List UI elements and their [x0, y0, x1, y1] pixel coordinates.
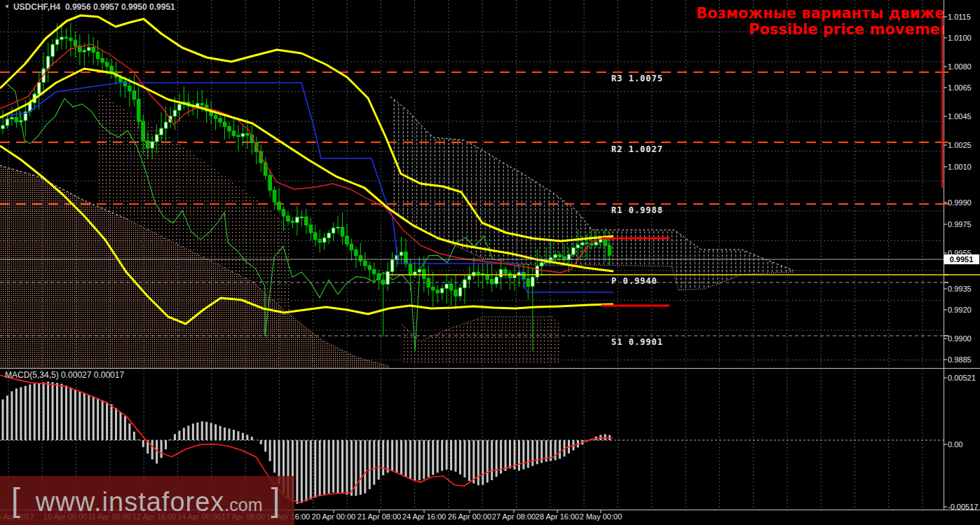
price-axis-label: 1.0100 — [948, 34, 972, 42]
price-axis-label: 0.9975 — [948, 220, 972, 229]
pivot-label-R3: R3 1.0075 — [611, 74, 663, 83]
price-axis-label: 0.9920 — [948, 306, 972, 314]
time-axis-label: 21 Apr 08:00 — [358, 512, 401, 521]
ohlc-values: 0.9956 0.9957 0.9950 0.9951 — [65, 2, 175, 12]
price-axis-label: 1.0025 — [948, 141, 972, 149]
watermark-bracket-left: [ — [11, 480, 20, 519]
instaforex-watermark: [ www.instaforex .com ] — [0, 476, 294, 525]
price-axis-label: 1.0010 — [948, 163, 972, 171]
macd-axis-label: 0.00 — [948, 440, 962, 449]
price-axis-label: 0.9900 — [948, 334, 972, 343]
watermark-bracket-right: ] — [271, 480, 280, 519]
macd-indicator-label: MACD(5,34,5) 0.00027 0.00017 — [5, 370, 124, 380]
price-axis-label: 1.0065 — [948, 83, 972, 92]
collapse-triangle-icon[interactable]: ▼ — [4, 4, 10, 10]
pivot-label-S1: S1 0.9901 — [611, 337, 663, 347]
time-axis-label: 28 Apr 16:00 — [536, 512, 579, 521]
price-axis-label: 0.9990 — [948, 198, 972, 207]
macd-axis-label: 0.00521 — [948, 374, 976, 382]
time-axis-label: 24 Apr 16:00 — [402, 512, 446, 521]
price-axis-label: 0.9935 — [948, 285, 972, 293]
chart-title: ▼USDCHF,H4 0.9956 0.9957 0.9950 0.9951 — [4, 2, 175, 12]
time-axis-label: 27 Apr 08:00 — [492, 512, 536, 521]
time-axis-label: 20 Apr 00:00 — [312, 512, 355, 521]
pivot-label-R2: R2 1.0027 — [611, 144, 663, 154]
mt4-chart-window: Возможные варианты движения цен Possible… — [0, 0, 980, 525]
pivot-label-P: P 0.9940 — [611, 276, 658, 286]
pivot-label-R1: R1 0.9988 — [611, 205, 663, 215]
watermark-url: www.instaforex — [36, 487, 225, 517]
price-axis-label: 1.0115 — [948, 13, 971, 21]
price-axis-label: 1.0080 — [948, 62, 972, 71]
macd-axis-label: -0.00517 — [948, 503, 978, 511]
watermark-url-tld: .com — [224, 495, 262, 515]
time-axis-label: 26 Apr 00:00 — [448, 512, 491, 521]
time-axis-label: 2 May 00:00 — [580, 512, 622, 521]
current-price-tag: 0.9951 — [944, 254, 979, 264]
price-axis-label: 0.9885 — [948, 355, 972, 364]
chart-canvas[interactable] — [0, 0, 980, 525]
symbol-period: USDCHF,H4 — [13, 2, 60, 12]
price-axis-label: 1.0045 — [948, 112, 972, 121]
